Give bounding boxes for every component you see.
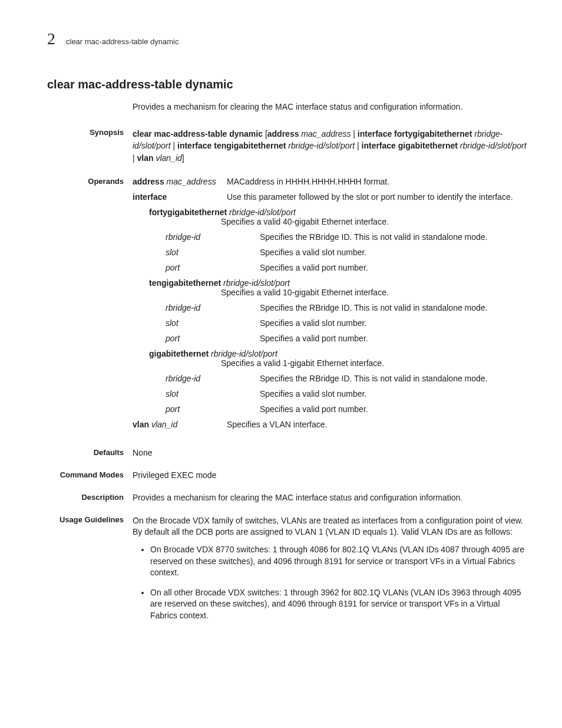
operands-section: Operands address mac_addressMACaddress i… xyxy=(47,177,527,435)
syn-iface3-arg: rbridge-id/slot/port xyxy=(458,141,527,150)
operand-term: port xyxy=(133,263,260,272)
operand-row: slotSpecifies a valid slot number. xyxy=(133,318,527,328)
defaults-section: Defaults None xyxy=(47,448,527,457)
syn-pipe: | xyxy=(171,141,177,150)
operand-term: gigabitethernet rbridge-id/slot/port xyxy=(133,349,527,358)
running-header-title: clear mac-address-table dynamic xyxy=(66,37,178,46)
command-modes-label: Command Modes xyxy=(47,470,133,480)
operand-desc: MACaddress in HHHH.HHHH.HHHH format. xyxy=(227,177,527,186)
operand-term: slot xyxy=(133,318,260,328)
usage-bullet: On Brocade VDX 8770 switches: 1 through … xyxy=(150,544,527,579)
usage-guidelines-label: Usage Guidelines xyxy=(47,515,133,630)
operand-row: rbridge-idSpecifies the RBridge ID. This… xyxy=(133,303,527,312)
operand-desc: Specifies a valid 1-gigabit Ethernet int… xyxy=(221,358,527,368)
operand-desc: Specifies a valid slot number. xyxy=(260,318,527,328)
synopsis-body: clear mac-address-table dynamic [address… xyxy=(133,128,527,164)
operand-row: rbridge-idSpecifies the RBridge ID. This… xyxy=(133,374,527,383)
operand-term: rbridge-id xyxy=(133,374,260,383)
operand-desc: Specifies a valid slot number. xyxy=(260,389,527,398)
page: 2 clear mac-address-table dynamic clear … xyxy=(0,0,562,678)
syn-iface-kw: interface fortygigabitethernet xyxy=(358,129,472,139)
synopsis-label: Synopsis xyxy=(47,128,133,164)
syn-iface3-kw: interface gigabitethernet xyxy=(362,141,458,150)
operand-term: vlan vlan_id xyxy=(133,420,227,429)
description-section: Description Provides a mechanism for cle… xyxy=(47,493,527,502)
operand-desc: Specifies the RBridge ID. This is not va… xyxy=(260,232,527,242)
operand-row: interfaceUse this parameter followed by … xyxy=(133,192,527,202)
usage-guidelines-body: On the Brocade VDX family of switches, V… xyxy=(133,515,527,630)
operand-term: slot xyxy=(133,389,260,398)
defaults-text: None xyxy=(133,448,527,457)
syn-iface2-kw: interface tengigabitethernet xyxy=(177,141,286,150)
operand-row: slotSpecifies a valid slot number. xyxy=(133,389,527,398)
operand-desc: Specifies a valid 10-gigabit Ethernet in… xyxy=(221,288,527,297)
operand-desc: Specifies the RBridge ID. This is not va… xyxy=(260,303,527,312)
operand-term: slot xyxy=(133,248,260,257)
syn-close: ] xyxy=(182,153,184,163)
operand-desc: Specifies a valid port number. xyxy=(260,404,527,414)
command-title: clear mac-address-table dynamic xyxy=(47,78,527,91)
syn-pipe: | xyxy=(355,141,361,150)
operands-body: address mac_addressMACaddress in HHHH.HH… xyxy=(133,177,527,435)
syn-open: [ xyxy=(263,129,267,139)
operand-row: portSpecifies a valid port number. xyxy=(133,263,527,272)
command-summary: Provides a mechanism for clearing the MA… xyxy=(133,102,527,111)
operand-row: vlan vlan_idSpecifies a VLAN interface. xyxy=(133,420,527,429)
operand-desc: Specifies a valid slot number. xyxy=(260,248,527,257)
operands-label: Operands xyxy=(47,177,133,435)
synopsis-section: Synopsis clear mac-address-table dynamic… xyxy=(47,128,527,164)
operand-term: rbridge-id xyxy=(133,303,260,312)
chapter-number: 2 xyxy=(47,29,55,48)
operand-row: portSpecifies a valid port number. xyxy=(133,334,527,343)
command-modes-section: Command Modes Privileged EXEC mode xyxy=(47,470,527,480)
syn-addr-arg: mac_address xyxy=(299,129,351,139)
syn-cmd: clear mac-address-table dynamic xyxy=(133,129,263,139)
operand-term: rbridge-id xyxy=(133,232,260,242)
usage-guidelines-section: Usage Guidelines On the Brocade VDX fami… xyxy=(47,515,527,630)
operand-row: portSpecifies a valid port number. xyxy=(133,404,527,414)
syn-vlan-kw: vlan xyxy=(137,153,154,163)
usage-bullets: On Brocade VDX 8770 switches: 1 through … xyxy=(133,544,527,622)
operand-desc: Use this parameter followed by the slot … xyxy=(227,192,527,202)
page-header: 2 clear mac-address-table dynamic xyxy=(47,29,527,48)
operand-row: address mac_addressMACaddress in HHHH.HH… xyxy=(133,177,527,186)
operand-row: slotSpecifies a valid slot number. xyxy=(133,248,527,257)
description-label: Description xyxy=(47,493,133,502)
operand-desc: Specifies a valid port number. xyxy=(260,263,527,272)
operand-desc: Specifies a VLAN interface. xyxy=(227,420,527,429)
operand-desc: Specifies the RBridge ID. This is not va… xyxy=(260,374,527,383)
syn-vlan-arg: vlan_id xyxy=(154,153,182,163)
syn-addr-kw: address xyxy=(267,129,299,139)
command-modes-text: Privileged EXEC mode xyxy=(133,470,527,480)
usage-intro: On the Brocade VDX family of switches, V… xyxy=(133,515,527,538)
syn-pipe: | xyxy=(133,153,137,163)
operand-row: rbridge-idSpecifies the RBridge ID. This… xyxy=(133,232,527,242)
operand-desc: Specifies a valid 40-gigabit Ethernet in… xyxy=(221,217,527,226)
description-text: Provides a mechanism for clearing the MA… xyxy=(133,493,527,502)
operand-term: address mac_address xyxy=(133,177,227,186)
operand-term: tengigabitethernet rbridge-id/slot/port xyxy=(133,278,527,288)
operand-term: interface xyxy=(133,192,227,202)
operand-term: fortygigabitethernet rbridge-id/slot/por… xyxy=(133,207,527,217)
syn-iface2-arg: rbridge-id/slot/port xyxy=(286,141,355,150)
syn-pipe: | xyxy=(351,129,357,139)
operand-term: port xyxy=(133,334,260,343)
defaults-label: Defaults xyxy=(47,448,133,457)
operand-desc: Specifies a valid port number. xyxy=(260,334,527,343)
operand-term: port xyxy=(133,404,260,414)
usage-bullet: On all other Brocade VDX switches: 1 thr… xyxy=(150,587,527,622)
